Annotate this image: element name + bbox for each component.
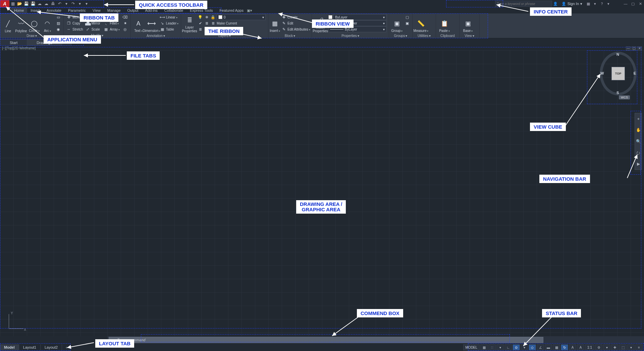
tab-view[interactable]: View: [89, 8, 104, 13]
autodesk-app-icon[interactable]: ▦: [585, 1, 592, 7]
qat-saveas-icon[interactable]: 💾: [30, 1, 36, 7]
layout-tab-layout1[interactable]: Layout1: [19, 344, 41, 350]
status-scale[interactable]: 1:1: [585, 344, 594, 350]
pan-icon[interactable]: ✋: [636, 128, 641, 132]
doc-minimize-icon[interactable]: —: [626, 46, 631, 50]
ribbon-minimize-icon[interactable]: ▣▾: [247, 8, 252, 13]
drawing-area[interactable]: [−][Top][2D Wireframe] — ▢ ✕ Y X TOP N S…: [0, 46, 644, 336]
viewcube-n[interactable]: N: [616, 52, 619, 56]
group-edit-button[interactable]: ▣: [404, 20, 411, 26]
tab-annotate[interactable]: Annotate: [43, 8, 65, 13]
qat-openweb-icon[interactable]: ☁: [36, 1, 43, 7]
leader-button[interactable]: ↘Leader: [159, 20, 179, 26]
paste-button[interactable]: 📋Paste: [437, 14, 451, 33]
chevron-down-icon[interactable]: ▾: [429, 34, 431, 38]
polyline-button[interactable]: 〰Polyline: [14, 14, 28, 33]
search-input[interactable]: [495, 1, 552, 7]
edit-block-button[interactable]: ✎Edit: [280, 20, 311, 26]
command-line-handle[interactable]: ✕▾: [0, 336, 107, 344]
layout-tab-layout2[interactable]: Layout2: [41, 344, 62, 350]
color-swatch[interactable]: [328, 15, 332, 19]
qat-undo-icon[interactable]: ↶: [56, 1, 63, 7]
explode-button[interactable]: ✷: [121, 20, 129, 26]
viewport-controls[interactable]: [−][Top][2D Wireframe]: [2, 46, 36, 50]
help-dd-icon[interactable]: ▾: [605, 1, 612, 7]
scale-button[interactable]: ⤢Scale: [84, 26, 102, 32]
autodesk-account-icon[interactable]: 👤: [552, 1, 559, 7]
ucs-icon[interactable]: Y X: [6, 311, 26, 332]
ws-dd-icon[interactable]: ▾: [603, 344, 610, 350]
qat-plot-icon[interactable]: 🖶: [50, 1, 56, 7]
hatch-button[interactable]: ▨: [55, 20, 62, 26]
base-view-button[interactable]: ▣Base: [461, 14, 475, 33]
navigation-bar[interactable]: ⌖ ✋ 🔍 ⭮ ▶: [635, 113, 642, 170]
chevron-down-icon[interactable]: ▾: [293, 34, 295, 38]
chevron-down-icon[interactable]: ▾: [102, 34, 103, 37]
units-icon[interactable]: ⬚: [619, 344, 627, 350]
qat-redo-icon[interactable]: ↷: [70, 1, 76, 7]
circle-button[interactable]: ◯Circle: [28, 14, 41, 33]
qat-open-icon[interactable]: 📂: [16, 1, 23, 7]
command-input[interactable]: ▸_ Type a command: [109, 337, 543, 343]
qat-saveweb-icon[interactable]: ☁: [43, 1, 50, 7]
insert-button[interactable]: ▦Insert: [270, 14, 280, 33]
viewcube-top-face[interactable]: TOP: [611, 67, 625, 80]
tab-insert[interactable]: Insert: [27, 8, 43, 13]
sign-in-button[interactable]: 👤 Sign In ▾: [559, 2, 585, 6]
window-restore-icon[interactable]: ▢: [629, 1, 637, 7]
tab-featuredapps[interactable]: Featured Apps: [216, 8, 247, 13]
window-minimize-icon[interactable]: —: [622, 1, 629, 7]
rectangle-button[interactable]: ▭: [55, 14, 62, 20]
edit-attributes-button[interactable]: ✎Edit Attributes: [280, 26, 311, 32]
array-button[interactable]: ▦Array: [102, 26, 121, 32]
chevron-down-icon[interactable]: ▾: [406, 34, 407, 38]
offset-button[interactable]: ◎: [121, 26, 129, 32]
bulb-icon[interactable]: 💡: [198, 14, 203, 20]
linear-button[interactable]: ⟷Linear: [159, 14, 179, 20]
arc-button[interactable]: ◠Arc: [41, 14, 54, 33]
wcs-badge[interactable]: WCS: [619, 95, 630, 99]
chevron-down-icon[interactable]: ▾: [473, 34, 474, 38]
ellipse-button[interactable]: ◉: [55, 26, 62, 32]
otrack-toggle-icon[interactable]: ∠: [537, 344, 544, 350]
grid-toggle-icon[interactable]: ▦: [480, 344, 488, 350]
iso-toggle-icon[interactable]: ▾: [521, 344, 528, 350]
tab-home[interactable]: Home: [11, 8, 27, 13]
fullnav-icon[interactable]: ⌖: [637, 117, 640, 121]
layer-combo[interactable]: 0 ▾: [217, 14, 266, 20]
table-button[interactable]: ▦Table: [159, 26, 179, 32]
ungroup-button[interactable]: ▢: [404, 14, 411, 20]
stay-connected-icon[interactable]: ▾: [592, 1, 598, 7]
annoscale-toggle-icon[interactable]: A: [577, 344, 584, 350]
qat-redo-dd-icon[interactable]: ▾: [76, 1, 83, 7]
zoom-icon[interactable]: 🔍: [636, 139, 641, 144]
freeze-icon[interactable]: ❄: [204, 14, 209, 20]
application-menu[interactable]: A: [0, 0, 9, 7]
help-icon[interactable]: ？: [598, 1, 605, 7]
infer-toggle-icon[interactable]: ▾: [496, 344, 504, 350]
ortho-toggle-icon[interactable]: ∟: [504, 344, 512, 350]
erase-button[interactable]: ⌫: [121, 14, 129, 20]
viewcube-w[interactable]: W: [600, 71, 604, 75]
annotation-monitor-icon[interactable]: ✚: [611, 344, 619, 350]
viewcube-s[interactable]: S: [616, 91, 619, 95]
tab-manage[interactable]: Manage: [104, 8, 124, 13]
file-tab-start[interactable]: Start: [0, 39, 27, 46]
osnap-toggle-icon[interactable]: ◇: [529, 344, 536, 350]
lock-icon[interactable]: 🔒: [210, 14, 216, 20]
lwt-toggle-icon[interactable]: ▬: [545, 344, 552, 350]
chevron-down-icon[interactable]: ▾: [358, 34, 359, 38]
doc-restore-icon[interactable]: ▢: [632, 46, 636, 50]
view-cube[interactable]: TOP N S E W: [600, 52, 637, 95]
stretch-button[interactable]: ↔Stretch: [65, 26, 84, 32]
polar-toggle-icon[interactable]: ⊙: [513, 344, 520, 350]
layout-tab-add-icon[interactable]: ＋: [62, 344, 71, 351]
dimension-button[interactable]: ⟷Dimension: [145, 14, 159, 33]
workspace-icon[interactable]: ⚙: [595, 344, 602, 350]
orbit-icon[interactable]: ⭮: [636, 150, 640, 155]
customization-icon[interactable]: ≡: [635, 344, 643, 350]
snap-toggle-icon[interactable]: ∷: [488, 344, 496, 350]
qat-save-icon[interactable]: 💾: [23, 1, 30, 7]
selcycle-toggle-icon[interactable]: ↻: [561, 344, 568, 350]
transparency-toggle-icon[interactable]: ▦: [553, 344, 560, 350]
